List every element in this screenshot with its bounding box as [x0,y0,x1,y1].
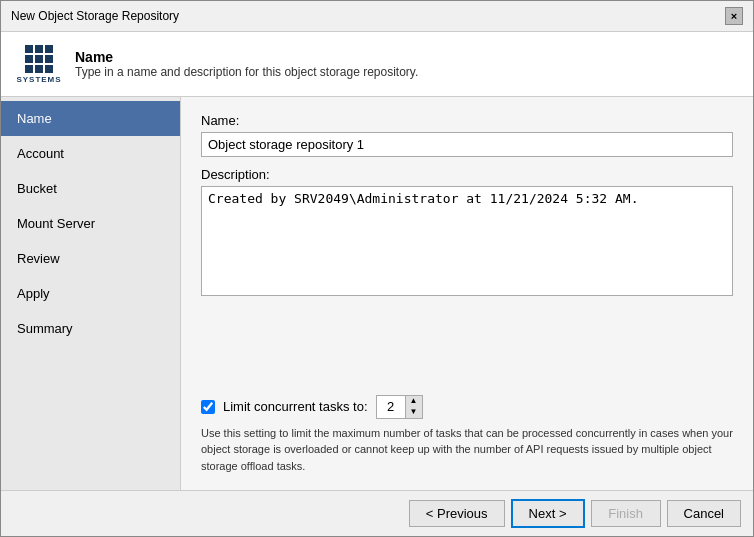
logo-label: SYSTEMS [16,75,61,84]
description-label: Description: [201,167,733,182]
dialog-title: New Object Storage Repository [11,9,179,23]
sidebar-item-bucket[interactable]: Bucket [1,171,180,206]
concurrent-label: Limit concurrent tasks to: [223,399,368,414]
sidebar-item-mount-server[interactable]: Mount Server [1,206,180,241]
finish-button[interactable]: Finish [591,500,661,527]
concurrent-checkbox[interactable] [201,400,215,414]
dialog-window: New Object Storage Repository × SYSTEMS … [0,0,754,537]
concurrent-info-text: Use this setting to limit the maximum nu… [201,425,733,475]
sidebar-item-name[interactable]: Name [1,101,180,136]
concurrent-tasks-row: Limit concurrent tasks to: ▲ ▼ [201,395,733,419]
header-title: Name [75,49,418,65]
description-field-group: Description: [201,167,733,299]
spinner-down-button[interactable]: ▼ [406,407,422,418]
dialog-footer: < Previous Next > Finish Cancel [1,490,753,536]
sidebar-item-review[interactable]: Review [1,241,180,276]
spinner-up-button[interactable]: ▲ [406,396,422,407]
cancel-button[interactable]: Cancel [667,500,741,527]
name-field-group: Name: [201,113,733,157]
concurrent-value-input[interactable] [377,396,405,418]
header-description: Type in a name and description for this … [75,65,418,79]
dialog-body: Name Account Bucket Mount Server Review … [1,97,753,490]
sidebar-item-account[interactable]: Account [1,136,180,171]
name-label: Name: [201,113,733,128]
title-bar: New Object Storage Repository × [1,1,753,32]
main-content: Name: Description: Limit concurrent task… [181,97,753,490]
sidebar-item-summary[interactable]: Summary [1,311,180,346]
name-input[interactable] [201,132,733,157]
close-button[interactable]: × [725,7,743,25]
logo-grid [25,45,53,73]
next-button[interactable]: Next > [511,499,585,528]
concurrent-spinner: ▲ ▼ [376,395,423,419]
previous-button[interactable]: < Previous [409,500,505,527]
sidebar: Name Account Bucket Mount Server Review … [1,97,181,490]
dialog-header: SYSTEMS Name Type in a name and descript… [1,32,753,97]
sidebar-item-apply[interactable]: Apply [1,276,180,311]
header-text: Name Type in a name and description for … [75,49,418,79]
spinner-buttons: ▲ ▼ [405,396,422,418]
description-textarea[interactable] [201,186,733,296]
logo: SYSTEMS [17,42,61,86]
